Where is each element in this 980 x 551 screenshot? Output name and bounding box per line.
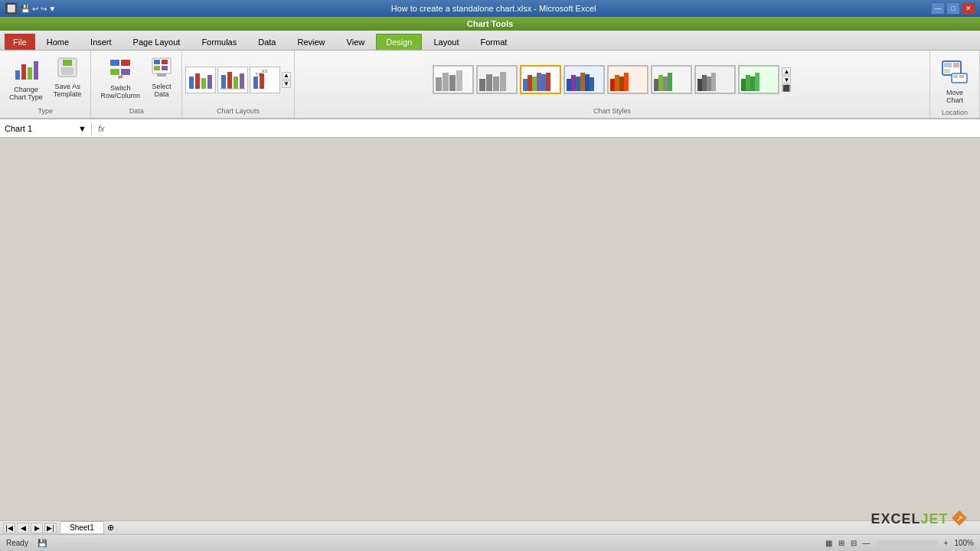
location-group-content: MoveChart: [935, 54, 975, 107]
styles-scroll: ▲ ▼ ⬛: [782, 67, 791, 92]
tab-file[interactable]: File: [5, 34, 35, 50]
tab-insert[interactable]: Insert: [80, 34, 122, 50]
svg-text:↗: ↗: [956, 514, 962, 523]
status-save-icon: 💾: [38, 539, 47, 547]
svg-rect-15: [154, 66, 160, 70]
select-data-button[interactable]: SelectData: [146, 54, 177, 101]
change-chart-type-label: ChangeChart Type: [9, 86, 43, 101]
chart-style-1-button[interactable]: [433, 65, 474, 94]
tab-data[interactable]: Data: [248, 34, 286, 50]
layouts-scroll: ▲ ▼: [282, 72, 291, 88]
close-button[interactable]: ✕: [962, 2, 975, 15]
styles-scroll-down[interactable]: ▼: [782, 76, 791, 83]
location-group-label: Location: [942, 109, 968, 116]
chart-style-2-button[interactable]: [476, 65, 518, 94]
chart-style-8-button[interactable]: [738, 65, 779, 94]
title-bar-left: 🔲 💾 ↩ ↪ ▼: [5, 2, 56, 15]
layouts-scroll-down[interactable]: ▼: [282, 80, 291, 88]
type-group-label: Type: [38, 107, 53, 115]
formula-bar: Chart 1 ▼ fx: [0, 119, 980, 138]
prev-sheet-button[interactable]: ◀: [17, 523, 29, 533]
title-bar-controls: — □ ✕: [931, 2, 975, 15]
chart-tools-label: Chart Tools: [467, 19, 513, 28]
select-data-label: SelectData: [152, 83, 171, 98]
title-bar-title: How to create a standalone chart.xlsx - …: [56, 4, 931, 13]
title-bar: 🔲 💾 ↩ ↪ ▼ How to create a standalone cha…: [0, 0, 980, 17]
exceljet-logo: EXCELJET ↗: [858, 504, 980, 534]
svg-rect-14: [162, 60, 168, 64]
svg-text:⇄: ⇄: [118, 73, 123, 80]
styles-scroll-expand[interactable]: ⬛: [782, 84, 791, 92]
chart-layout-1-button[interactable]: [185, 67, 216, 93]
status-bar: Ready 💾 ▦ ⊞ ⊟ — + 100%: [0, 534, 980, 551]
move-chart-label: MoveChart: [946, 89, 963, 104]
tab-formulas[interactable]: Formulas: [191, 34, 247, 50]
chart-style-7-button[interactable]: [694, 65, 736, 94]
tab-layout[interactable]: Layout: [423, 34, 469, 50]
zoom-in-button[interactable]: +: [944, 539, 949, 547]
zoom-out-button[interactable]: —: [863, 539, 871, 547]
change-chart-type-button[interactable]: ChangeChart Type: [5, 54, 47, 104]
chart-style-3-button[interactable]: [520, 65, 561, 94]
svg-rect-2: [28, 67, 32, 80]
minimize-button[interactable]: —: [931, 2, 945, 15]
sheet1-tab[interactable]: Sheet1: [60, 521, 104, 534]
ribbon: ChangeChart Type Save AsTemplate Type ⇄ …: [0, 51, 980, 119]
svg-rect-0: [15, 70, 20, 80]
view-layout-icon[interactable]: ⊞: [838, 539, 844, 547]
select-data-icon: [151, 57, 172, 81]
tab-page-layout[interactable]: Page Layout: [123, 34, 191, 50]
status-right: ▦ ⊞ ⊟ — + 100%: [825, 539, 974, 547]
svg-rect-8: [121, 60, 130, 66]
ribbon-group-location: MoveChart Location: [930, 51, 980, 118]
svg-rect-5: [61, 67, 74, 75]
svg-rect-13: [154, 60, 160, 64]
switch-row-column-button[interactable]: ⇄ SwitchRow/Column: [96, 54, 145, 103]
switch-row-column-label: SwitchRow/Column: [100, 84, 140, 99]
name-box[interactable]: Chart 1 ▼: [0, 122, 92, 135]
svg-rect-19: [195, 73, 200, 89]
save-as-template-icon: [57, 57, 78, 81]
chart-layout-2-button[interactable]: [217, 67, 248, 93]
ribbon-group-chart-layouts: 7.89.5 ▲ ▼ Chart Layouts: [182, 51, 295, 118]
data-group-content: ⇄ SwitchRow/Column SelectData: [96, 54, 177, 106]
save-as-template-label: Save AsTemplate: [54, 83, 82, 98]
status-left: Ready 💾: [6, 539, 825, 547]
tab-format[interactable]: Format: [470, 34, 517, 50]
chart-style-4-button[interactable]: [564, 65, 605, 94]
styles-content: ▲ ▼ ⬛: [433, 54, 791, 106]
chart-layout-3-button[interactable]: 7.89.5: [250, 67, 280, 93]
view-normal-icon[interactable]: ▦: [825, 539, 832, 547]
move-chart-button[interactable]: MoveChart: [935, 54, 975, 107]
name-box-dropdown-icon[interactable]: ▼: [78, 124, 87, 133]
formula-input[interactable]: [111, 127, 980, 130]
zoom-slider[interactable]: [877, 540, 938, 546]
svg-rect-17: [157, 73, 166, 77]
layouts-scroll-up[interactable]: ▲: [282, 72, 291, 80]
svg-rect-16: [162, 66, 168, 70]
chart-layouts-group-label: Chart Layouts: [217, 107, 260, 115]
add-sheet-button[interactable]: ⊕: [107, 523, 114, 533]
tab-home[interactable]: Home: [37, 34, 79, 50]
status-text: Ready: [6, 539, 28, 547]
last-sheet-button[interactable]: ▶|: [44, 523, 57, 533]
tab-review[interactable]: Review: [287, 34, 335, 50]
first-sheet-button[interactable]: |◀: [3, 523, 15, 533]
ribbon-group-data: ⇄ SwitchRow/Column SelectData Data: [91, 51, 182, 118]
layouts-content: 7.89.5 ▲ ▼: [185, 54, 291, 106]
chart-style-5-button[interactable]: [607, 65, 648, 94]
next-sheet-button[interactable]: ▶: [31, 523, 43, 533]
svg-rect-24: [234, 77, 238, 89]
maximize-button[interactable]: □: [946, 2, 960, 15]
chart-style-6-button[interactable]: [651, 65, 692, 94]
svg-rect-20: [201, 78, 206, 89]
tab-design[interactable]: Design: [376, 34, 422, 50]
sheet-navigation: |◀ ◀ ▶ ▶|: [0, 523, 60, 533]
zoom-level: 100%: [954, 539, 974, 547]
bottom-nav-bar: |◀ ◀ ▶ ▶| Sheet1 ⊕: [0, 520, 980, 534]
tab-view[interactable]: View: [337, 34, 375, 50]
view-pagebreak-icon[interactable]: ⊟: [851, 539, 857, 547]
type-group-content: ChangeChart Type Save AsTemplate: [5, 54, 86, 106]
styles-scroll-up[interactable]: ▲: [782, 67, 791, 75]
save-as-template-button[interactable]: Save AsTemplate: [49, 54, 87, 101]
